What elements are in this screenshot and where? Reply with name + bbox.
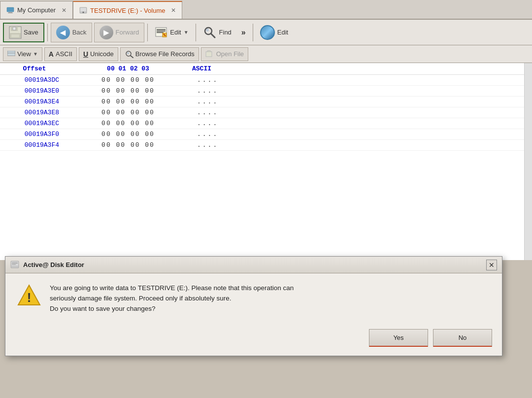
dialog-message: You are going to write data to TESTDRIVE…: [50, 283, 294, 314]
dialog-title-left: Active@ Disk Editor: [10, 261, 84, 269]
yes-label: Yes: [393, 334, 403, 341]
dialog-footer: Yes No: [5, 324, 502, 356]
yes-button[interactable]: Yes: [369, 329, 428, 347]
dialog-message-line2: seriously damage file system. Proceed on…: [50, 295, 231, 302]
dialog-message-line3: Do you want to save your changes?: [50, 305, 156, 312]
svg-text:!: !: [27, 290, 32, 305]
dialog-app-icon: [10, 261, 19, 269]
dialog-message-line1: You are going to write data to TESTDRIVE…: [50, 284, 294, 292]
dialog-body: ! You are going to write data to TESTDRI…: [5, 273, 502, 324]
warning-icon: !: [17, 283, 41, 307]
no-label: No: [459, 334, 467, 341]
save-confirmation-dialog: Active@ Disk Editor ✕ ! You are going to…: [5, 256, 502, 356]
dialog-overlay: Active@ Disk Editor ✕ ! You are going to…: [0, 0, 532, 398]
no-button[interactable]: No: [433, 329, 492, 347]
dialog-titlebar: Active@ Disk Editor ✕: [5, 257, 502, 273]
dialog-close-button[interactable]: ✕: [486, 260, 497, 270]
dialog-title: Active@ Disk Editor: [23, 261, 84, 268]
